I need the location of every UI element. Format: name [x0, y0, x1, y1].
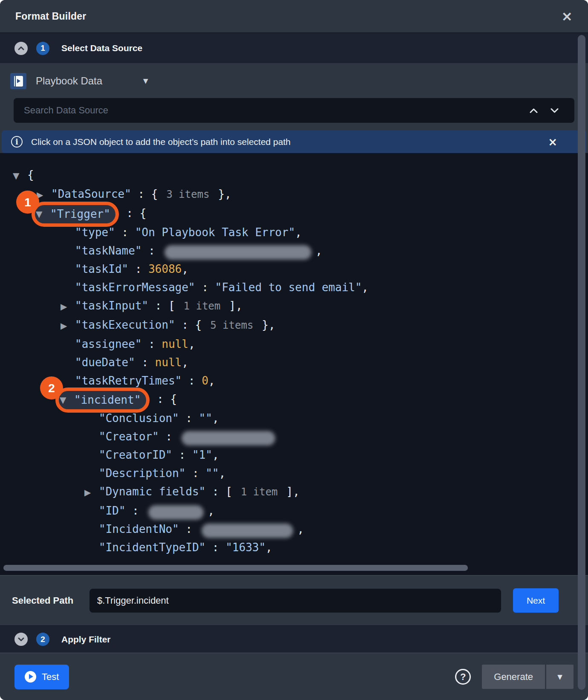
- json-line[interactable]: "Description" : "",: [0, 464, 588, 483]
- next-button[interactable]: Next: [513, 588, 559, 613]
- json-key[interactable]: "IncidentTypeID": [99, 541, 205, 554]
- generate-dropdown-button[interactable]: ▼: [546, 665, 574, 689]
- search-prev-button[interactable]: [529, 108, 538, 113]
- json-token: ,: [208, 374, 215, 387]
- json-line[interactable]: ▼"incident"2 : {: [0, 390, 588, 409]
- json-item-count: 3 items: [166, 188, 209, 200]
- selected-path-label: Selected Path: [12, 595, 89, 606]
- json-key[interactable]: "CreatorID": [99, 448, 172, 461]
- json-line[interactable]: "ID" : ,: [0, 502, 588, 520]
- selected-path-input[interactable]: [89, 589, 501, 613]
- json-key[interactable]: "Description": [99, 467, 186, 480]
- banner-close-icon[interactable]: ×: [548, 136, 557, 148]
- json-line[interactable]: ▶"taskExecution" : {5 items},: [0, 316, 588, 335]
- json-line[interactable]: "taskErrorMessage" : "Failed to send ema…: [0, 278, 588, 297]
- json-token: :: [142, 244, 162, 257]
- data-source-select[interactable]: Playbook Data ▼: [0, 70, 588, 92]
- json-key[interactable]: "taskInput": [75, 299, 148, 312]
- json-token: ,: [212, 412, 219, 425]
- json-line[interactable]: "IncidentTypeID" : "1633",: [0, 538, 588, 557]
- json-line[interactable]: ▼"Trigger"1 : {: [0, 204, 588, 223]
- json-key[interactable]: "taskRetryTimes": [75, 374, 182, 387]
- expand-caret-icon[interactable]: ▶: [84, 483, 99, 502]
- json-token: "1633": [225, 541, 265, 554]
- json-token: :: [172, 448, 192, 461]
- json-key[interactable]: "Conclusion": [99, 412, 179, 425]
- json-key[interactable]: "IncidentNo": [99, 523, 179, 535]
- expand-section-button[interactable]: [14, 633, 28, 646]
- help-icon[interactable]: ?: [455, 669, 471, 685]
- section-title: Apply Filter: [61, 634, 111, 645]
- collapse-caret-icon[interactable]: ▼: [36, 205, 50, 223]
- json-key[interactable]: "incident": [74, 391, 141, 409]
- json-token: ,: [295, 226, 302, 239]
- json-token: {: [27, 168, 34, 181]
- json-key[interactable]: "taskErrorMessage": [75, 281, 195, 294]
- json-line[interactable]: ▼{: [0, 166, 588, 185]
- vertical-scrollbar-thumb[interactable]: [578, 35, 585, 690]
- collapse-caret-icon[interactable]: ▼: [13, 167, 27, 185]
- collapse-caret-icon[interactable]: ▼: [60, 391, 74, 409]
- json-line[interactable]: "taskId" : 36086,: [0, 260, 588, 278]
- json-token: ,: [182, 356, 188, 369]
- expand-caret-icon[interactable]: ▶: [61, 317, 75, 335]
- section-select-data-source-header[interactable]: 1 Select Data Source: [0, 33, 588, 63]
- json-line[interactable]: "IncidentNo" : ,: [0, 520, 588, 538]
- json-token: ,: [219, 467, 226, 480]
- data-source-area: Playbook Data ▼: [0, 63, 588, 130]
- json-token: : {: [150, 393, 177, 405]
- json-key[interactable]: "dueDate": [75, 356, 135, 369]
- annotation-number-badge: 1: [16, 191, 39, 214]
- step-number-badge: 2: [36, 633, 49, 646]
- json-key[interactable]: "assignee": [75, 338, 142, 350]
- json-line[interactable]: ▶"taskInput" : [1 item],: [0, 297, 588, 316]
- json-key[interactable]: "DataSource": [51, 188, 131, 200]
- close-icon[interactable]: ×: [561, 9, 573, 23]
- json-token: "1": [192, 448, 212, 461]
- generate-button[interactable]: Generate: [482, 665, 545, 689]
- json-token: : [: [148, 299, 175, 312]
- collapse-section-button[interactable]: [14, 42, 28, 55]
- json-key[interactable]: "taskName": [75, 244, 142, 257]
- json-token: ,: [208, 504, 215, 517]
- json-token: ],: [286, 485, 300, 498]
- json-token: : [: [205, 485, 232, 498]
- section-title: Select Data Source: [61, 43, 142, 53]
- horizontal-scrollbar-thumb[interactable]: [3, 565, 468, 571]
- json-token: :: [179, 523, 199, 535]
- json-key[interactable]: "Dynamic fields": [99, 485, 205, 498]
- json-line[interactable]: "dueDate" : null,: [0, 353, 588, 372]
- json-key[interactable]: "taskExecution": [75, 318, 175, 331]
- search-next-button[interactable]: [550, 108, 559, 113]
- json-token: ,: [212, 448, 219, 461]
- json-key[interactable]: "ID": [99, 504, 126, 517]
- test-button[interactable]: Test: [14, 665, 69, 689]
- json-token: null: [155, 356, 182, 369]
- json-token: :: [159, 430, 179, 443]
- json-token: :: [142, 338, 162, 350]
- json-line[interactable]: "assignee" : null,: [0, 335, 588, 353]
- json-line[interactable]: "CreatorID" : "1",: [0, 446, 588, 464]
- expand-caret-icon[interactable]: ▶: [61, 298, 75, 316]
- section-apply-filter-header[interactable]: 2 Apply Filter: [0, 625, 588, 653]
- info-banner-text: Click on a JSON object to add the object…: [31, 137, 291, 147]
- json-key[interactable]: "Trigger": [50, 205, 110, 223]
- chevron-down-icon: [18, 637, 24, 642]
- search-input[interactable]: [23, 104, 529, 116]
- json-line[interactable]: "taskName" : ,: [0, 242, 588, 260]
- json-key[interactable]: "Creator": [99, 430, 159, 443]
- json-token: : {: [120, 207, 147, 220]
- json-key[interactable]: "type": [75, 226, 115, 239]
- json-token: "": [205, 467, 219, 480]
- json-key[interactable]: "taskId": [75, 263, 128, 275]
- info-icon: i: [11, 136, 23, 148]
- json-line[interactable]: "Creator" :: [0, 428, 588, 446]
- annotation-ring: ▼"Trigger"1: [32, 202, 119, 227]
- search-nav: [529, 108, 559, 113]
- json-token: },: [218, 188, 231, 200]
- json-line[interactable]: ▶"Dynamic fields" : [1 item],: [0, 483, 588, 502]
- dropdown-arrow-icon: ▼: [143, 77, 148, 85]
- json-token: ,: [265, 541, 272, 554]
- json-token: 36086: [148, 263, 182, 275]
- test-button-label: Test: [42, 671, 59, 683]
